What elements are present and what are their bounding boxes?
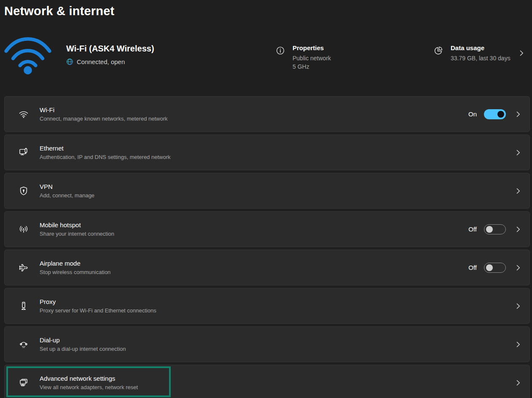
row-proxy[interactable]: Proxy Proxy server for Wi-Fi and Etherne…: [4, 288, 530, 324]
toggle-state-label: Off: [468, 264, 477, 271]
hotspot-icon: [18, 224, 29, 235]
chevron-right-icon: [515, 303, 521, 309]
row-subtitle: Connect, manage known networks, metered …: [40, 116, 168, 122]
pie-chart-icon: [433, 46, 443, 62]
dialup-phone-icon: [18, 339, 29, 350]
row-subtitle: Proxy server for Wi-Fi and Ethernet conn…: [40, 307, 156, 314]
info-icon: [275, 46, 285, 71]
row-subtitle: Set up a dial-up internet connection: [40, 346, 126, 352]
data-usage-link[interactable]: Data usage 33.79 GB, last 30 days: [433, 44, 511, 62]
row-title: Advanced network settings: [40, 375, 138, 382]
airplane-mode-toggle[interactable]: [484, 263, 506, 273]
chevron-right-icon: [515, 188, 521, 194]
toggle-state-label: On: [468, 110, 477, 118]
chevron-right-icon: [515, 226, 521, 233]
connection-hero: Wi-Fi (ASK4 Wireless) Connected, open: [0, 26, 532, 89]
row-subtitle: Authentication, IP and DNS settings, met…: [40, 154, 170, 160]
row-subtitle: Stop wireless communication: [40, 269, 110, 275]
row-airplane-mode[interactable]: Airplane mode Stop wireless communicatio…: [4, 250, 530, 285]
row-wifi[interactable]: Wi-Fi Connect, manage known networks, me…: [4, 96, 530, 132]
vpn-shield-icon: [18, 186, 29, 196]
wifi-connected-icon: [3, 34, 52, 75]
row-ethernet[interactable]: Ethernet Authentication, IP and DNS sett…: [4, 134, 530, 170]
chevron-right-icon: [515, 111, 521, 118]
row-mobile-hotspot[interactable]: Mobile hotspot Share your internet conne…: [4, 211, 530, 247]
proxy-server-icon: [18, 301, 29, 312]
row-subtitle: View all network adapters, network reset: [40, 384, 138, 390]
airplane-icon: [18, 262, 29, 273]
properties-title: Properties: [293, 44, 331, 51]
wifi-icon: [18, 109, 29, 120]
chevron-right-icon: [515, 264, 521, 271]
data-usage-title: Data usage: [451, 44, 511, 51]
row-title: Ethernet: [40, 145, 170, 152]
row-title: Wi-Fi: [40, 106, 168, 113]
row-subtitle: Share your internet connection: [40, 231, 114, 237]
chevron-right-icon: [515, 341, 521, 348]
connection-status: Connected, open: [77, 58, 125, 65]
properties-network-type: Public network: [293, 54, 331, 62]
row-title: Mobile hotspot: [40, 221, 114, 229]
settings-list: Wi-Fi Connect, manage known networks, me…: [4, 96, 530, 398]
toggle-state-label: Off: [468, 226, 477, 233]
row-dialup[interactable]: Dial-up Set up a dial-up internet connec…: [4, 326, 530, 362]
globe-icon: [66, 58, 73, 65]
row-title: Airplane mode: [40, 260, 110, 267]
row-title: VPN: [40, 183, 94, 190]
data-usage-value: 33.79 GB, last 30 days: [451, 54, 511, 62]
row-title: Proxy: [40, 298, 156, 305]
ethernet-icon: [18, 147, 29, 158]
row-subtitle: Add, connect, manage: [40, 192, 94, 199]
wifi-toggle[interactable]: [484, 109, 506, 119]
row-vpn[interactable]: VPN Add, connect, manage: [4, 173, 530, 209]
page-title: Network & internet: [4, 4, 114, 18]
advanced-network-icon: [18, 377, 29, 388]
properties-band: 5 GHz: [293, 62, 331, 71]
connection-name: Wi-Fi (ASK4 Wireless): [66, 44, 154, 54]
row-title: Dial-up: [40, 336, 126, 344]
chevron-right-icon: [515, 149, 521, 156]
row-advanced-network-settings[interactable]: Advanced network settings View all netwo…: [4, 365, 530, 398]
properties-link[interactable]: Properties Public network 5 GHz: [275, 44, 331, 71]
chevron-right-icon: [515, 379, 521, 386]
chevron-right-icon: [518, 50, 525, 56]
mobile-hotspot-toggle[interactable]: [484, 224, 506, 234]
